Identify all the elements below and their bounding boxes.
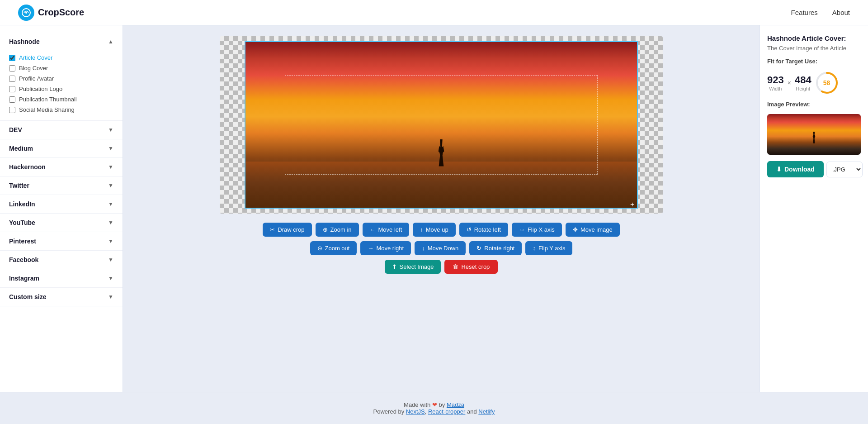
chevron-down-icon: ▼ xyxy=(108,164,113,170)
score-circle: 58 xyxy=(815,71,839,95)
publication-thumbnail-checkbox[interactable] xyxy=(9,96,15,103)
sidebar-section-custom-header[interactable]: Custom size ▼ xyxy=(0,288,123,306)
actions-row: ⬆ Select Image 🗑 Reset crop xyxy=(385,260,498,274)
select-image-button[interactable]: ⬆ Select Image xyxy=(385,260,441,274)
width-value: 923 xyxy=(767,74,784,86)
water-reflection xyxy=(245,162,637,208)
width-box: 923 Width xyxy=(767,74,784,91)
zoom-in-icon: ⊕ xyxy=(323,226,328,233)
sidebar-section-medium: Medium ▼ xyxy=(0,139,123,158)
crop-image-container: + xyxy=(220,36,663,214)
right-panel: Hashnode Article Cover: The Cover image … xyxy=(760,25,868,392)
move-up-button[interactable]: ↑ Move up xyxy=(413,223,455,237)
image-preview-label: Image Preview: xyxy=(767,101,861,108)
height-box: 484 Height xyxy=(795,74,811,91)
hashnode-items: Article Cover Blog Cover Profile Avatar … xyxy=(0,51,123,120)
footer-react-cropper-link[interactable]: React-cropper xyxy=(428,408,465,415)
download-icon: ⬇ xyxy=(776,166,782,173)
person-silhouette xyxy=(437,139,445,167)
publication-logo-checkbox[interactable] xyxy=(9,86,15,92)
toolbar: ✂ Draw crop ⊕ Zoom in ← Move left ↑ Move… xyxy=(263,223,619,274)
sidebar-section-custom: Custom size ▼ xyxy=(0,288,123,306)
draw-crop-button[interactable]: ✂ Draw crop xyxy=(263,223,311,237)
nav-features[interactable]: Features xyxy=(791,9,818,16)
sidebar-section-twitter-header[interactable]: Twitter ▼ xyxy=(0,176,123,195)
crop-resize-handle[interactable]: + xyxy=(630,201,637,208)
arrow-down-icon: ↓ xyxy=(422,245,425,252)
profile-avatar-checkbox[interactable] xyxy=(9,76,15,82)
arrow-left-icon: ← xyxy=(370,226,376,233)
preview-silhouette xyxy=(812,132,816,143)
center-content: + ✂ Draw crop ⊕ Zoom in ← Move left xyxy=(123,25,760,392)
nav-about[interactable]: About xyxy=(832,9,850,16)
download-row: ⬇ Download .JPG .PNG .WEBP xyxy=(767,161,861,177)
chevron-down-icon: ▼ xyxy=(108,238,113,244)
download-button[interactable]: ⬇ Download xyxy=(767,161,824,177)
chevron-up-icon: ▲ xyxy=(108,38,113,45)
rotate-right-button[interactable]: ↻ Rotate right xyxy=(469,241,522,255)
move-image-icon: ✥ xyxy=(573,226,578,233)
sunset-background xyxy=(245,42,637,208)
sidebar-item-publication-logo[interactable]: Publication Logo xyxy=(9,84,113,94)
toolbar-row-2: ⊖ Zoom out → Move right ↓ Move Down ↻ Ro… xyxy=(310,241,573,255)
sidebar-item-social-media[interactable]: Social Media Sharing xyxy=(9,105,113,115)
flip-x-icon: ↔ xyxy=(519,226,525,233)
chevron-down-icon: ▼ xyxy=(108,201,113,207)
sidebar-section-facebook-header[interactable]: Facebook ▼ xyxy=(0,251,123,269)
chevron-down-icon: ▼ xyxy=(108,275,113,281)
reset-crop-button[interactable]: 🗑 Reset crop xyxy=(444,260,498,274)
footer-netlify-link[interactable]: Netlify xyxy=(478,408,495,415)
move-down-button[interactable]: ↓ Move Down xyxy=(415,241,466,255)
sidebar-section-dev: DEV ▼ xyxy=(0,121,123,139)
svg-point-1 xyxy=(25,12,27,14)
footer-nextjs-link[interactable]: NextJS xyxy=(406,408,425,415)
sidebar-section-youtube-header[interactable]: YouTube ▼ xyxy=(0,214,123,232)
sidebar-section-hackernoon-header[interactable]: Hackernoon ▼ xyxy=(0,158,123,176)
flip-y-icon: ↕ xyxy=(533,245,536,252)
zoom-in-button[interactable]: ⊕ Zoom in xyxy=(316,223,359,237)
dimension-separator: × xyxy=(788,79,791,86)
trash-icon: 🗑 xyxy=(453,263,458,270)
move-right-button[interactable]: → Move right xyxy=(360,241,411,255)
footer-author-link[interactable]: Madza xyxy=(447,401,464,408)
logo: CropScore xyxy=(18,5,84,21)
blog-cover-checkbox[interactable] xyxy=(9,65,15,71)
sidebar-section-medium-header[interactable]: Medium ▼ xyxy=(0,139,123,157)
sidebar-section-instagram-header[interactable]: Instagram ▼ xyxy=(0,269,123,287)
zoom-out-button[interactable]: ⊖ Zoom out xyxy=(310,241,357,255)
format-select[interactable]: .JPG .PNG .WEBP xyxy=(826,162,863,177)
move-left-button[interactable]: ← Move left xyxy=(363,223,410,237)
sidebar-item-article-cover[interactable]: Article Cover xyxy=(9,52,113,63)
sidebar-section-pinterest-header[interactable]: Pinterest ▼ xyxy=(0,232,123,250)
footer-line-1: Made with ❤ by Madza xyxy=(9,401,859,408)
rotate-left-icon: ↺ xyxy=(467,226,472,233)
social-media-checkbox[interactable] xyxy=(9,107,15,113)
panel-title: Hashnode Article Cover: xyxy=(767,34,861,42)
flip-y-button[interactable]: ↕ Flip Y axis xyxy=(525,241,572,255)
dimensions-row: 923 Width × 484 Height 58 xyxy=(767,71,861,95)
fit-label: Fit for Target Use: xyxy=(767,58,861,65)
footer-line-2: Powered by NextJS, React-cropper and Net… xyxy=(9,408,859,415)
move-image-button[interactable]: ✥ Move image xyxy=(566,223,620,237)
crop-area[interactable]: + xyxy=(220,36,663,214)
sidebar-item-publication-thumbnail[interactable]: Publication Thumbnail xyxy=(9,94,113,105)
heart-icon: ❤ xyxy=(432,401,437,408)
sidebar-section-hashnode-header[interactable]: Hashnode ▲ xyxy=(0,33,123,51)
main-nav: Features About xyxy=(791,9,850,16)
score-value: 58 xyxy=(823,79,830,86)
sidebar-section-youtube: YouTube ▼ xyxy=(0,214,123,232)
article-cover-checkbox[interactable] xyxy=(9,55,15,61)
flip-x-button[interactable]: ↔ Flip X axis xyxy=(512,223,562,237)
draw-crop-icon: ✂ xyxy=(270,226,275,233)
sidebar-section-dev-header[interactable]: DEV ▼ xyxy=(0,121,123,139)
sidebar-section-linkedin-header[interactable]: LinkedIn ▼ xyxy=(0,195,123,213)
preview-sunset-bg xyxy=(767,114,861,155)
rotate-left-button[interactable]: ↺ Rotate left xyxy=(459,223,508,237)
height-label: Height xyxy=(796,86,810,91)
sidebar-section-pinterest: Pinterest ▼ xyxy=(0,232,123,251)
crop-image: + xyxy=(245,41,638,209)
sidebar-item-blog-cover[interactable]: Blog Cover xyxy=(9,63,113,73)
chevron-down-icon: ▼ xyxy=(108,294,113,300)
arrow-up-icon: ↑ xyxy=(420,226,423,233)
sidebar-item-profile-avatar[interactable]: Profile Avatar xyxy=(9,73,113,84)
